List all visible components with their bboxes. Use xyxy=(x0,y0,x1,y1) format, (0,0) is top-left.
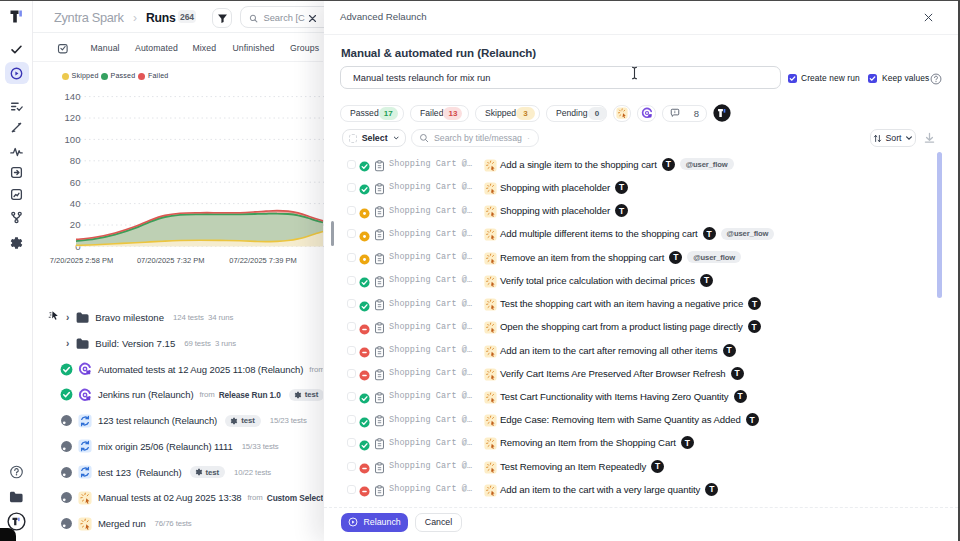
svg-text:80: 80 xyxy=(70,155,81,166)
svg-text:100: 100 xyxy=(64,134,80,145)
svg-text:7/20/2025 2:58 PM: 7/20/2025 2:58 PM xyxy=(50,256,113,265)
svg-text:60: 60 xyxy=(70,177,81,188)
svg-text:20: 20 xyxy=(70,219,81,230)
svg-text:40: 40 xyxy=(70,198,81,209)
svg-text:120: 120 xyxy=(64,112,80,123)
svg-text:07/20/2025 7:32 PM: 07/20/2025 7:32 PM xyxy=(137,256,205,265)
svg-text:07/22/2025 7:39 PM: 07/22/2025 7:39 PM xyxy=(229,256,297,265)
svg-text:140: 140 xyxy=(64,91,80,102)
